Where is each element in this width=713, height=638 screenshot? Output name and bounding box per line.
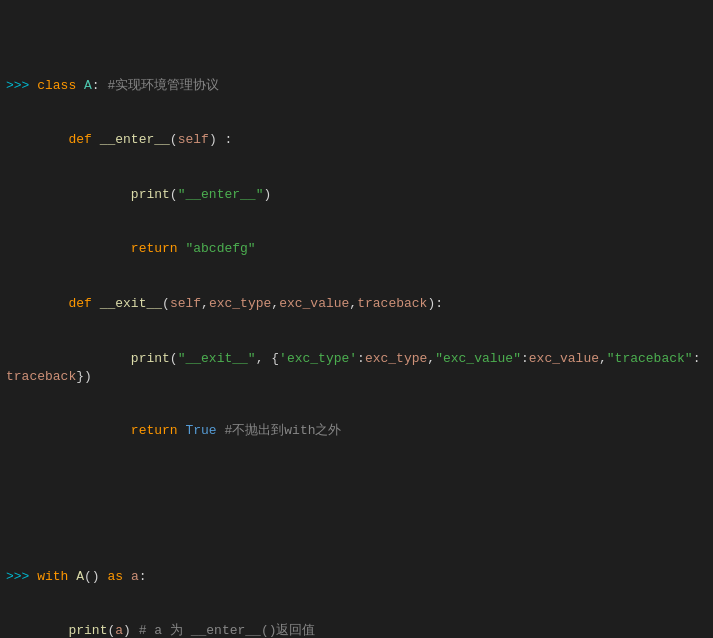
line-2: def __enter__(self) :	[0, 131, 713, 149]
terminal-output: >>> class A: #实现环境管理协议 def __enter__(sel…	[0, 0, 713, 638]
line-8: >>> with A() as a:	[0, 568, 713, 586]
line-9: print(a) # a 为 __enter__()返回值	[0, 622, 713, 638]
line-4: return "abcdefg"	[0, 240, 713, 258]
line-3: print("__enter__")	[0, 186, 713, 204]
line-1: >>> class A: #实现环境管理协议	[0, 77, 713, 95]
line-7: return True #不抛出到with之外	[0, 422, 713, 440]
line-6: print("__exit__", {'exc_type':exc_type,"…	[0, 350, 713, 386]
line-blank-1	[0, 477, 713, 495]
line-5: def __exit__(self,exc_type,exc_value,tra…	[0, 295, 713, 313]
